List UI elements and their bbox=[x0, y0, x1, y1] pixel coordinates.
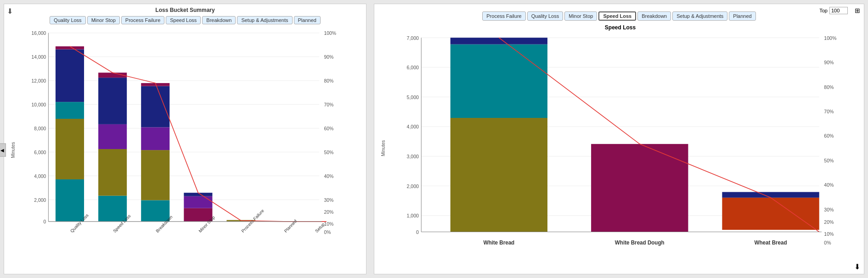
tab-planned-right[interactable]: Planned bbox=[729, 11, 755, 21]
svg-text:0%: 0% bbox=[324, 229, 332, 235]
tab-breakdown-right[interactable]: Breakdown bbox=[637, 11, 671, 21]
svg-rect-40 bbox=[141, 150, 169, 200]
svg-rect-31 bbox=[56, 102, 84, 119]
svg-rect-33 bbox=[56, 46, 84, 49]
right-chart-area: Minutes Speed Loss 7,000 6,000 5,000 4,0… bbox=[374, 22, 864, 274]
svg-rect-42 bbox=[141, 86, 169, 128]
svg-text:80%: 80% bbox=[824, 84, 834, 89]
svg-text:Wheat Bread: Wheat Bread bbox=[755, 239, 787, 246]
svg-rect-37 bbox=[98, 78, 127, 124]
svg-rect-84 bbox=[451, 118, 547, 232]
svg-text:100%: 100% bbox=[324, 30, 337, 36]
tab-minor-stop-right[interactable]: Minor Stop bbox=[564, 11, 597, 21]
left-chart-area: Minutes ◀ 16,000 14,000 12,000 10,000 8,… bbox=[4, 26, 366, 274]
tab-process-failure-left[interactable]: Process Failure bbox=[121, 16, 164, 24]
svg-text:White Bread Dough: White Bread Dough bbox=[615, 239, 665, 246]
top-controls: Top bbox=[819, 7, 848, 14]
top-value-input[interactable] bbox=[829, 7, 848, 14]
svg-text:7,000: 7,000 bbox=[407, 35, 419, 40]
left-chart-svg: 16,000 14,000 12,000 10,000 8,000 6,000 … bbox=[29, 28, 343, 246]
svg-rect-41 bbox=[141, 127, 169, 150]
svg-text:20%: 20% bbox=[824, 219, 834, 224]
svg-rect-85 bbox=[451, 44, 547, 118]
svg-text:90%: 90% bbox=[824, 60, 834, 65]
left-side-arrow[interactable]: ◀ bbox=[0, 144, 6, 157]
svg-text:50%: 50% bbox=[824, 158, 834, 163]
svg-rect-87 bbox=[591, 144, 688, 232]
svg-text:Planned: Planned bbox=[283, 218, 298, 234]
svg-rect-34 bbox=[98, 196, 127, 222]
svg-text:0: 0 bbox=[43, 219, 46, 224]
top-label: Top bbox=[819, 8, 828, 13]
grid-icon[interactable]: ⊞ bbox=[855, 7, 860, 14]
left-y-axis-label: Minutes bbox=[11, 142, 16, 158]
tab-process-failure-right[interactable]: Process Failure bbox=[482, 11, 525, 21]
svg-text:White Bread: White Bread bbox=[483, 239, 514, 246]
tab-speed-loss-left[interactable]: Speed Loss bbox=[166, 16, 201, 24]
svg-text:10%: 10% bbox=[824, 231, 834, 237]
svg-text:1,000: 1,000 bbox=[407, 213, 419, 218]
left-panel-title: Loss Bucket Summary bbox=[4, 4, 366, 15]
svg-text:4,000: 4,000 bbox=[407, 124, 419, 129]
svg-text:6,000: 6,000 bbox=[407, 65, 419, 70]
svg-text:20%: 20% bbox=[324, 209, 334, 214]
right-chart-svg: 7,000 6,000 5,000 4,000 3,000 2,000 1,00… bbox=[402, 33, 839, 252]
svg-text:0: 0 bbox=[416, 229, 419, 235]
svg-text:10,000: 10,000 bbox=[32, 102, 46, 107]
tab-speed-loss-right[interactable]: Speed Loss bbox=[598, 11, 636, 21]
svg-text:14,000: 14,000 bbox=[32, 54, 46, 60]
download-icon-left[interactable]: ⬇ bbox=[7, 7, 13, 16]
svg-text:30%: 30% bbox=[824, 207, 834, 212]
svg-rect-45 bbox=[184, 196, 212, 208]
right-y-axis-label: Minutes bbox=[381, 140, 386, 156]
svg-text:60%: 60% bbox=[324, 126, 334, 131]
svg-text:40%: 40% bbox=[824, 182, 834, 188]
right-tab-bar: Process Failure Quality Loss Minor Stop … bbox=[374, 8, 864, 22]
svg-rect-30 bbox=[56, 119, 84, 179]
svg-text:90%: 90% bbox=[324, 54, 334, 60]
right-panel: Top ⊞ ⬇ Process Failure Quality Loss Min… bbox=[374, 4, 864, 274]
svg-text:6,000: 6,000 bbox=[34, 150, 46, 155]
svg-rect-36 bbox=[98, 124, 127, 149]
left-tab-bar: Quality Loss Minor Stop Process Failure … bbox=[4, 15, 366, 26]
svg-rect-89 bbox=[722, 192, 819, 198]
svg-text:2,000: 2,000 bbox=[34, 197, 46, 202]
svg-text:60%: 60% bbox=[824, 133, 834, 139]
svg-text:40%: 40% bbox=[324, 173, 334, 178]
svg-rect-35 bbox=[98, 149, 127, 196]
tab-breakdown-left[interactable]: Breakdown bbox=[202, 16, 236, 24]
svg-text:80%: 80% bbox=[324, 78, 334, 83]
svg-text:16,000: 16,000 bbox=[32, 30, 46, 36]
svg-text:12,000: 12,000 bbox=[32, 78, 46, 83]
svg-rect-86 bbox=[451, 38, 547, 44]
svg-text:2,000: 2,000 bbox=[407, 183, 419, 189]
svg-text:3,000: 3,000 bbox=[407, 154, 419, 159]
tab-setup-right[interactable]: Setup & Adjustments bbox=[672, 11, 727, 21]
svg-rect-29 bbox=[56, 179, 84, 222]
svg-text:100%: 100% bbox=[824, 35, 836, 40]
svg-text:70%: 70% bbox=[824, 109, 834, 114]
tab-planned-left[interactable]: Planned bbox=[294, 16, 321, 24]
svg-text:30%: 30% bbox=[324, 197, 334, 202]
svg-rect-32 bbox=[56, 50, 84, 102]
svg-text:5,000: 5,000 bbox=[407, 95, 419, 100]
svg-text:50%: 50% bbox=[324, 150, 334, 155]
tab-quality-loss-left[interactable]: Quality Loss bbox=[50, 16, 86, 24]
right-chart-title: Speed Loss bbox=[402, 24, 839, 31]
svg-text:4,000: 4,000 bbox=[34, 173, 46, 178]
left-panel: ⬇ Loss Bucket Summary Quality Loss Minor… bbox=[4, 4, 366, 274]
svg-text:8,000: 8,000 bbox=[34, 126, 46, 131]
svg-text:0%: 0% bbox=[824, 240, 831, 245]
svg-text:70%: 70% bbox=[324, 102, 334, 107]
tab-setup-left[interactable]: Setup & Adjustments bbox=[237, 16, 292, 24]
tab-minor-stop-left[interactable]: Minor Stop bbox=[87, 16, 120, 24]
svg-rect-46 bbox=[184, 193, 212, 196]
tab-quality-loss-right[interactable]: Quality Loss bbox=[527, 11, 564, 21]
svg-rect-88 bbox=[722, 198, 819, 230]
